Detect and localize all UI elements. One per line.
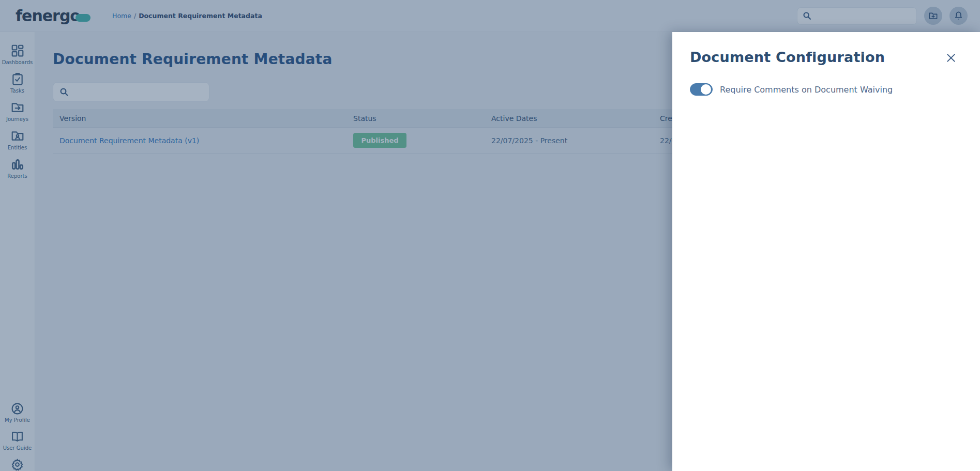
drawer-title: Document Configuration [690, 49, 944, 65]
waiving-toggle[interactable] [690, 83, 713, 96]
waiving-toggle-label: Require Comments on Document Waiving [720, 85, 893, 95]
toggle-knob [701, 84, 711, 95]
document-configuration-drawer: Document Configuration Require Comments … [672, 32, 980, 471]
close-button[interactable] [944, 51, 958, 67]
require-comments-setting: Require Comments on Document Waiving [690, 83, 962, 96]
close-icon [946, 53, 956, 63]
